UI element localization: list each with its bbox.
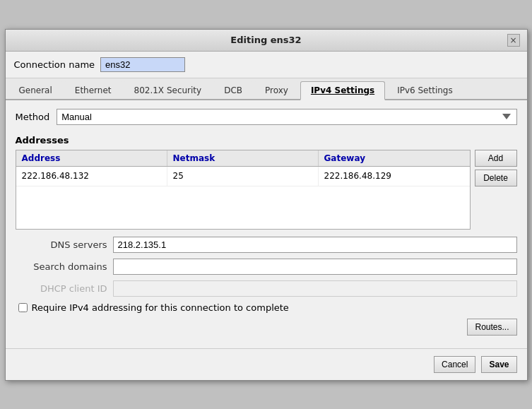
netmask-col-header: Netmask [167, 150, 319, 166]
search-domains-label: Search domains [16, 261, 107, 272]
addresses-section: Addresses Address Netmask Gateway 222.18… [16, 135, 517, 230]
address-buttons: Add Delete [475, 150, 517, 186]
search-domains-row: Search domains [16, 259, 517, 275]
tab-general[interactable]: General [8, 81, 63, 99]
tab-ipv6[interactable]: IPv6 Settings [386, 81, 463, 99]
tab-8021x[interactable]: 802.1X Security [124, 81, 213, 99]
method-row: Method Manual Automatic (DHCP) Link-Loca… [16, 109, 517, 125]
netmask-cell: 25 [167, 167, 319, 186]
search-domains-input[interactable] [113, 259, 517, 275]
dns-servers-label: DNS servers [16, 239, 107, 250]
tab-ethernet[interactable]: Ethernet [64, 81, 122, 99]
tab-ipv4[interactable]: IPv4 Settings [300, 81, 385, 100]
bottom-buttons: Cancel Save [6, 348, 527, 380]
tab-proxy[interactable]: Proxy [254, 81, 299, 99]
addresses-header: Address Netmask Gateway [16, 150, 470, 167]
address-cell: 222.186.48.132 [16, 167, 167, 186]
dns-servers-input[interactable] [113, 237, 517, 253]
require-ipv4-row: Require IPv4 addressing for this connect… [16, 302, 517, 313]
tab-dcb[interactable]: DCB [213, 81, 253, 99]
routes-row: Routes... [16, 319, 517, 336]
titlebar: Editing ens32 × [6, 30, 527, 52]
tab-content: Method Manual Automatic (DHCP) Link-Loca… [6, 100, 527, 348]
cancel-button[interactable]: Cancel [434, 356, 475, 373]
connection-name-label: Connection name [14, 59, 95, 70]
gateway-col-header: Gateway [319, 150, 470, 166]
addresses-title: Addresses [16, 135, 517, 146]
routes-button[interactable]: Routes... [467, 319, 516, 336]
tab-bar: General Ethernet 802.1X Security DCB Pro… [6, 78, 527, 100]
save-button[interactable]: Save [481, 356, 516, 373]
address-col-header: Address [16, 150, 167, 166]
addresses-table-wrap: Address Netmask Gateway 222.186.48.132 2… [16, 150, 517, 230]
connection-name-input[interactable] [100, 57, 185, 72]
dialog-title: Editing ens32 [25, 35, 507, 45]
add-button[interactable]: Add [475, 150, 517, 167]
connection-name-row: Connection name [6, 52, 527, 78]
gateway-cell: 222.186.48.129 [319, 167, 470, 186]
dns-servers-row: DNS servers [16, 237, 517, 253]
dhcp-client-id-row: DHCP client ID [16, 280, 517, 297]
close-button[interactable]: × [507, 34, 520, 47]
delete-button[interactable]: Delete [475, 170, 517, 186]
require-ipv4-checkbox[interactable] [18, 303, 28, 312]
method-label: Method [16, 112, 50, 122]
require-ipv4-label: Require IPv4 addressing for this connect… [32, 302, 289, 313]
addr-empty-space [16, 186, 470, 229]
method-select[interactable]: Manual Automatic (DHCP) Link-Local Only … [57, 109, 516, 125]
table-row[interactable]: 222.186.48.132 25 222.186.48.129 [16, 167, 470, 186]
dhcp-client-id-input[interactable] [113, 280, 517, 297]
dhcp-client-id-label: DHCP client ID [16, 283, 107, 294]
addresses-table: Address Netmask Gateway 222.186.48.132 2… [16, 150, 471, 230]
